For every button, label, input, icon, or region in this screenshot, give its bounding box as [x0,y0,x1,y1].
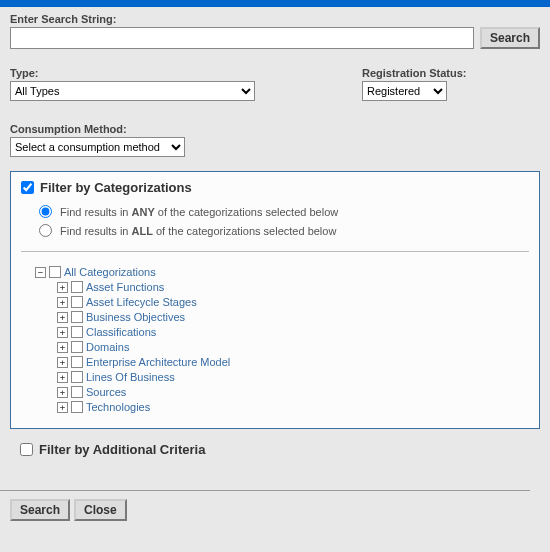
search-button-bottom[interactable]: Search [10,499,70,521]
tree-item: +Domains [57,341,529,353]
tree-item: +Sources [57,386,529,398]
categorizations-header: Filter by Categorizations [21,180,529,195]
tree-item-checkbox[interactable] [71,296,83,308]
footer-divider [0,490,530,491]
tree-item: +Enterprise Architecture Model [57,356,529,368]
tree-item-checkbox[interactable] [71,311,83,323]
tree-root-row: − All Categorizations [35,266,529,278]
tree-item-label[interactable]: Classifications [86,326,156,338]
tree-item-label[interactable]: Domains [86,341,129,353]
tree-item: +Lines Of Business [57,371,529,383]
categorizations-panel: Filter by Categorizations Find results i… [10,171,540,429]
tree-item: +Technologies [57,401,529,413]
tree-item-label[interactable]: Technologies [86,401,150,413]
main-panel: Enter Search String: Search Type: All Ty… [0,7,550,470]
tree-root-checkbox[interactable] [49,266,61,278]
tree-item: +Asset Functions [57,281,529,293]
tree-item-checkbox[interactable] [71,401,83,413]
consumption-label: Consumption Method: [10,123,540,135]
tree-item-label[interactable]: Asset Functions [86,281,164,293]
tree-item: +Asset Lifecycle Stages [57,296,529,308]
categorizations-mode-group: Find results in ANY of the categorizatio… [21,205,529,252]
categorizations-toggle-checkbox[interactable] [21,181,34,194]
search-button-top[interactable]: Search [480,27,540,49]
tree-children: +Asset Functions+Asset Lifecycle Stages+… [35,281,529,413]
tree-item-checkbox[interactable] [71,386,83,398]
close-button[interactable]: Close [74,499,127,521]
consumption-select[interactable]: Select a consumption method [10,137,185,157]
tree-expand-icon[interactable]: + [57,312,68,323]
tree-item-label[interactable]: Lines Of Business [86,371,175,383]
tree-item-label[interactable]: Asset Lifecycle Stages [86,296,197,308]
additional-criteria-row: Filter by Additional Criteria [10,439,540,460]
tree-item-label[interactable]: Business Objectives [86,311,185,323]
registration-label: Registration Status: [362,67,540,79]
categorizations-tree: − All Categorizations +Asset Functions+A… [21,266,529,413]
tree-item: +Classifications [57,326,529,338]
mode-any-label: Find results in ANY of the categorizatio… [60,206,338,218]
additional-criteria-title: Filter by Additional Criteria [39,442,205,457]
filters-row: Type: All Types Registration Status: Reg… [10,67,540,101]
additional-criteria-checkbox[interactable] [20,443,33,456]
tree-item-label[interactable]: Sources [86,386,126,398]
tree-expand-icon[interactable]: + [57,342,68,353]
registration-select[interactable]: Registered [362,81,447,101]
categorizations-title: Filter by Categorizations [40,180,192,195]
tree-collapse-icon[interactable]: − [35,267,46,278]
tree-item-checkbox[interactable] [71,371,83,383]
tree-item-checkbox[interactable] [71,326,83,338]
tree-item-checkbox[interactable] [71,341,83,353]
type-select[interactable]: All Types [10,81,255,101]
tree-expand-icon[interactable]: + [57,402,68,413]
footer-buttons: Search Close [0,499,550,533]
mode-all-radio[interactable] [39,224,52,237]
tree-expand-icon[interactable]: + [57,282,68,293]
mode-all-label: Find results in ALL of the categorizatio… [60,225,336,237]
search-input[interactable] [10,27,474,49]
tree-expand-icon[interactable]: + [57,327,68,338]
tree-expand-icon[interactable]: + [57,357,68,368]
tree-root-label[interactable]: All Categorizations [64,266,156,278]
tree-item-label[interactable]: Enterprise Architecture Model [86,356,230,368]
mode-any-radio[interactable] [39,205,52,218]
tree-expand-icon[interactable]: + [57,372,68,383]
tree-expand-icon[interactable]: + [57,297,68,308]
title-bar [0,0,550,7]
tree-item-checkbox[interactable] [71,356,83,368]
tree-item-checkbox[interactable] [71,281,83,293]
type-label: Type: [10,67,362,79]
tree-expand-icon[interactable]: + [57,387,68,398]
consumption-block: Consumption Method: Select a consumption… [10,123,540,157]
search-row: Search [10,27,540,49]
search-label: Enter Search String: [10,13,540,25]
tree-item: +Business Objectives [57,311,529,323]
